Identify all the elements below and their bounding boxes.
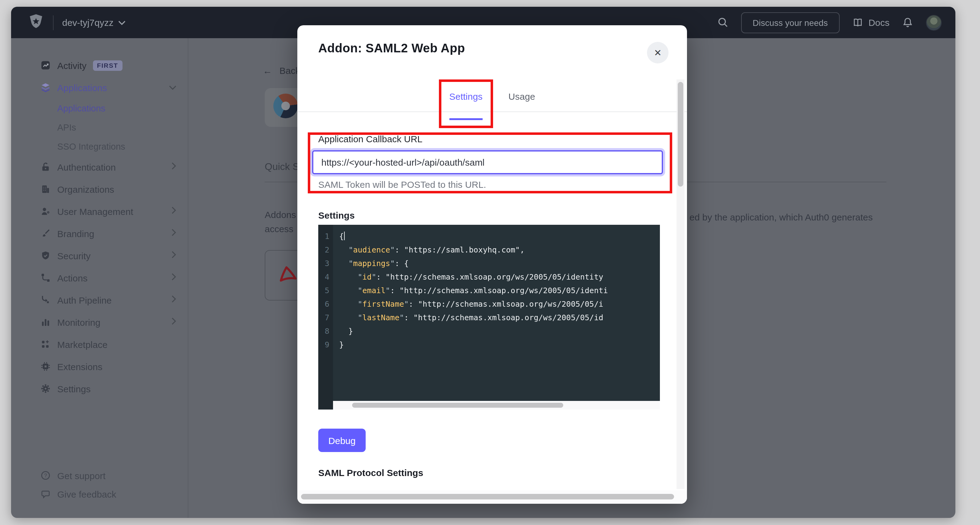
sidebar-item-label: Authentication [57, 162, 116, 172]
modal-horizontal-scrollbar[interactable] [298, 490, 687, 504]
screen: dev-tyj7qyzz Discuss your needs Docs [0, 0, 980, 525]
sidebar-subitem-apis[interactable]: APIs [11, 118, 188, 137]
docs-label: Docs [869, 17, 889, 28]
sidebar-subitem-label: SSO Integrations [57, 141, 125, 151]
arrow-left-icon: ← [263, 65, 272, 76]
chevron-down-icon [169, 82, 177, 93]
sidebar-item-label: Give feedback [57, 489, 116, 499]
bar-chart-icon [40, 316, 51, 328]
sidebar-item-label: Get support [57, 470, 106, 481]
debug-button[interactable]: Debug [318, 429, 366, 452]
sidebar-item-security[interactable]: Security [11, 244, 188, 266]
auth0-logo-icon[interactable] [28, 14, 45, 31]
chevron-right-icon [171, 294, 177, 305]
sidebar-item-label: Marketplace [57, 339, 107, 349]
sidebar-item-monitoring[interactable]: Monitoring [11, 311, 188, 333]
modal-title: Addon: SAML2 Web App [318, 41, 465, 56]
sidebar-item-actions[interactable]: Actions [11, 266, 188, 289]
sidebar-item-authentication[interactable]: Authentication [11, 156, 188, 178]
sidebar-item-label: User Management [57, 206, 133, 217]
layers-icon [40, 82, 51, 93]
editor-scrollbar-thumb[interactable] [352, 403, 563, 408]
notifications-bell-icon[interactable] [902, 16, 913, 29]
settings-section-label: Settings [318, 210, 355, 220]
sidebar-item-label: Extensions [57, 361, 102, 372]
code-line: "firstName": "http://schemas.xmlsoap.org… [339, 297, 660, 311]
user-avatar[interactable] [926, 14, 942, 30]
code-line: "mappings": { [339, 257, 660, 270]
building-icon [40, 184, 51, 195]
sidebar-item-settings[interactable]: Settings [11, 378, 188, 400]
active-tab-underline [449, 118, 482, 120]
settings-code-editor[interactable]: 123456789 { "audience": "https://saml.bo… [318, 225, 660, 410]
pipeline-icon [40, 294, 51, 305]
flow-icon [40, 272, 51, 283]
close-button[interactable]: ✕ [647, 42, 668, 64]
annotation-box-settings-tab [439, 80, 493, 128]
topbar-divider [53, 15, 54, 30]
brush-icon [40, 228, 51, 239]
back-link[interactable]: ← Back [263, 65, 300, 76]
callback-helper-text: SAML Token will be POSTed to this URL. [318, 179, 486, 190]
sidebar-item-extensions[interactable]: Extensions [11, 355, 188, 378]
saml2-addon-logo-icon [277, 263, 299, 286]
tab-settings[interactable]: Settings [449, 83, 482, 112]
gear-icon [40, 383, 51, 394]
sidebar-item-label: Security [57, 251, 91, 261]
sidebar-item-label: Monitoring [57, 317, 100, 327]
tab-label: Usage [509, 91, 535, 102]
text-cursor [344, 231, 345, 240]
code-line: "id": "http://schemas.xmlsoap.org/ws/200… [339, 270, 660, 284]
addon-saml2-modal: Addon: SAML2 Web App ✕ SettingsUsage App… [298, 25, 687, 504]
sidebar-subitem-applications[interactable]: Applications [11, 99, 188, 118]
sidebar-item-give-feedback[interactable]: Give feedback [11, 485, 188, 503]
code-line: } [339, 338, 660, 352]
modal-hscrollbar-thumb[interactable] [301, 494, 674, 499]
tenant-name: dev-tyj7qyzz [62, 17, 114, 28]
svg-text:?: ? [44, 473, 47, 479]
sidebar-item-applications[interactable]: Applications [11, 77, 188, 99]
editor-line-numbers: 123456789 [318, 225, 333, 410]
user-gear-icon [40, 206, 51, 217]
callback-url-label: Application Callback URL [318, 134, 423, 144]
application-logo [273, 94, 298, 118]
tab-label: Settings [449, 91, 482, 102]
status-badge: FIRST [93, 60, 123, 70]
sidebar-item-branding[interactable]: Branding [11, 222, 188, 244]
search-icon[interactable] [717, 17, 729, 28]
sidebar-item-user-management[interactable]: User Management [11, 200, 188, 222]
sidebar-subitem-label: Applications [57, 103, 105, 113]
sidebar-item-activity[interactable]: ActivityFIRST [11, 54, 188, 77]
sidebar-item-marketplace[interactable]: Marketplace [11, 333, 188, 355]
modal-tabs: SettingsUsage [298, 83, 687, 112]
chip-icon [40, 361, 51, 372]
chevron-right-icon [171, 316, 177, 328]
docs-link[interactable]: Docs [852, 17, 889, 28]
modal-vscrollbar-thumb[interactable] [678, 82, 683, 187]
tab-usage[interactable]: Usage [509, 83, 535, 112]
addons-description-left: Addons access [265, 207, 296, 236]
sidebar-item-label: Organizations [57, 184, 114, 194]
shield-check-icon [40, 250, 51, 261]
chevron-down-icon [118, 20, 126, 25]
book-icon [852, 17, 864, 28]
sidebar-subitem-label: APIs [57, 122, 76, 132]
discuss-your-needs-button[interactable]: Discuss your needs [741, 12, 839, 33]
sidebar-item-get-support[interactable]: ?Get support [11, 466, 188, 485]
sidebar-item-label: Branding [57, 228, 94, 239]
callback-url-input[interactable] [312, 150, 663, 174]
chevron-right-icon [171, 161, 177, 172]
sidebar-item-label: Activity [57, 60, 86, 70]
tenant-switcher[interactable]: dev-tyj7qyzz [62, 17, 126, 28]
editor-horizontal-scrollbar[interactable] [333, 401, 660, 410]
modal-vertical-scrollbar[interactable] [676, 80, 684, 489]
sidebar-item-organizations[interactable]: Organizations [11, 178, 188, 200]
editor-code: { "audience": "https://saml.boxyhq.com",… [339, 230, 660, 352]
code-line: } [339, 324, 660, 338]
close-icon: ✕ [654, 47, 662, 58]
chevron-right-icon [171, 272, 177, 283]
sidebar-item-auth-pipeline[interactable]: Auth Pipeline [11, 289, 188, 311]
sidebar-subitem-sso-integrations[interactable]: SSO Integrations [11, 137, 188, 156]
chat-bubble-icon [40, 488, 51, 499]
chevron-right-icon [171, 250, 177, 261]
